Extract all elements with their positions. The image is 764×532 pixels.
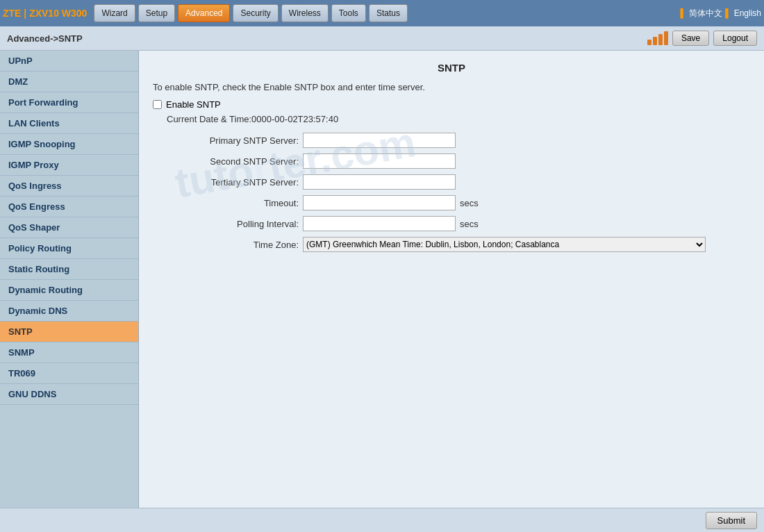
save-button[interactable]: Save xyxy=(672,31,709,46)
sidebar-item-snmp[interactable]: SNMP xyxy=(0,342,138,363)
nav-wizard[interactable]: Wizard xyxy=(94,4,135,22)
enable-sntp-checkbox[interactable] xyxy=(153,100,162,109)
timeout-row: Timeout: secs xyxy=(160,195,750,210)
tertiary-server-input[interactable] xyxy=(303,174,456,190)
brand-logo: ZTE | ZXV10 W300 xyxy=(3,8,87,19)
content-area: SNTP To enable SNTP, check the Enable SN… xyxy=(139,51,764,508)
top-navigation: ZTE | ZXV10 W300 Wizard Setup Advanced S… xyxy=(0,0,764,26)
polling-unit: secs xyxy=(460,219,479,229)
second-server-row: Second SNTP Server: xyxy=(160,153,750,169)
brand-model: ZXV10 W300 xyxy=(29,8,87,19)
timeout-label: Timeout: xyxy=(160,198,299,208)
signal-bar-3 xyxy=(658,34,663,45)
primary-server-label: Primary SNTP Server: xyxy=(160,135,299,146)
sidebar-item-dynamic-routing[interactable]: Dynamic Routing xyxy=(0,280,138,301)
breadcrumb-actions: Save Logout xyxy=(647,31,757,46)
logout-button[interactable]: Logout xyxy=(713,31,757,46)
signal-bar-2 xyxy=(653,37,657,45)
sidebar-item-dmz[interactable]: DMZ xyxy=(0,72,138,92)
sidebar-item-sntp[interactable]: SNTP xyxy=(0,322,138,342)
sidebar-item-qos-shaper[interactable]: QoS Shaper xyxy=(0,217,138,238)
sidebar-item-port-forwarding[interactable]: Port Forwarding xyxy=(0,92,138,113)
content-title: SNTP xyxy=(153,62,750,74)
primary-server-input[interactable] xyxy=(303,133,456,148)
datetime-value: 0000-00-02T23:57:40 xyxy=(251,114,338,124)
main-layout: UPnP DMZ Port Forwarding LAN Clients IGM… xyxy=(0,51,764,508)
nav-security[interactable]: Security xyxy=(233,4,278,22)
datetime-row: Current Date & Time:0000-00-02T23:57:40 xyxy=(167,114,750,124)
sidebar-item-dynamic-dns[interactable]: Dynamic DNS xyxy=(0,301,138,322)
sidebar-item-gnu-ddns[interactable]: GNU DDNS xyxy=(0,384,138,405)
nav-status[interactable]: Status xyxy=(369,4,408,22)
breadcrumb: Advanced->SNTP xyxy=(7,33,83,44)
lang-divider: ▌ xyxy=(681,8,687,18)
sidebar-item-qos-engress[interactable]: QoS Engress xyxy=(0,197,138,217)
sidebar-item-igmp-proxy[interactable]: IGMP Proxy xyxy=(0,155,138,176)
signal-bar-4 xyxy=(664,31,668,45)
timezone-label: Time Zone: xyxy=(160,240,299,250)
datetime-label: Current Date & Time: xyxy=(167,114,251,124)
sidebar-item-lan-clients[interactable]: LAN Clients xyxy=(0,113,138,134)
tertiary-server-label: Tertiary SNTP Server: xyxy=(160,177,299,188)
polling-interval-row: Polling Interval: secs xyxy=(160,216,750,231)
brand-prefix: ZTE | xyxy=(3,8,29,19)
sidebar-item-static-routing[interactable]: Static Routing xyxy=(0,259,138,280)
signal-bar-1 xyxy=(647,40,651,45)
nav-advanced[interactable]: Advanced xyxy=(178,4,230,22)
sidebar-item-upnp[interactable]: UPnP xyxy=(0,51,138,72)
submit-button[interactable]: Submit xyxy=(706,512,757,529)
second-server-input[interactable] xyxy=(303,153,456,169)
footer-action-bar: Submit xyxy=(0,508,764,532)
enable-sntp-label: Enable SNTP xyxy=(166,99,221,110)
tertiary-server-row: Tertiary SNTP Server: xyxy=(160,174,750,190)
content-description: To enable SNTP, check the Enable SNTP bo… xyxy=(153,82,750,92)
language-area: ▌ 简体中文 ▌ English xyxy=(681,8,761,19)
sidebar-item-policy-routing[interactable]: Policy Routing xyxy=(0,238,138,259)
nav-setup[interactable]: Setup xyxy=(138,4,175,22)
nav-tools[interactable]: Tools xyxy=(331,4,366,22)
polling-label: Polling Interval: xyxy=(160,219,299,229)
signal-icon xyxy=(647,31,668,45)
timezone-row: Time Zone: (GMT-12:00) International Dat… xyxy=(160,237,750,252)
timeout-input[interactable] xyxy=(303,195,456,210)
sidebar-item-qos-ingress[interactable]: QoS Ingress xyxy=(0,176,138,197)
timeout-unit: secs xyxy=(460,198,479,208)
sidebar-item-tr069[interactable]: TR069 xyxy=(0,363,138,384)
lang-en[interactable]: English xyxy=(734,8,761,18)
primary-server-row: Primary SNTP Server: xyxy=(160,133,750,148)
form-table: Primary SNTP Server: Second SNTP Server:… xyxy=(160,133,750,252)
nav-wireless[interactable]: Wireless xyxy=(281,4,329,22)
timezone-select[interactable]: (GMT-12:00) International Date Line West… xyxy=(303,237,706,252)
enable-sntp-row: Enable SNTP xyxy=(153,99,750,110)
sidebar: UPnP DMZ Port Forwarding LAN Clients IGM… xyxy=(0,51,139,508)
second-server-label: Second SNTP Server: xyxy=(160,156,299,167)
lang-divider2: ▌ xyxy=(725,8,731,18)
sidebar-item-igmp-snooping[interactable]: IGMP Snooping xyxy=(0,134,138,155)
lang-cn[interactable]: 简体中文 xyxy=(689,8,722,19)
breadcrumb-bar: Advanced->SNTP Save Logout xyxy=(0,26,764,51)
polling-input[interactable] xyxy=(303,216,456,231)
